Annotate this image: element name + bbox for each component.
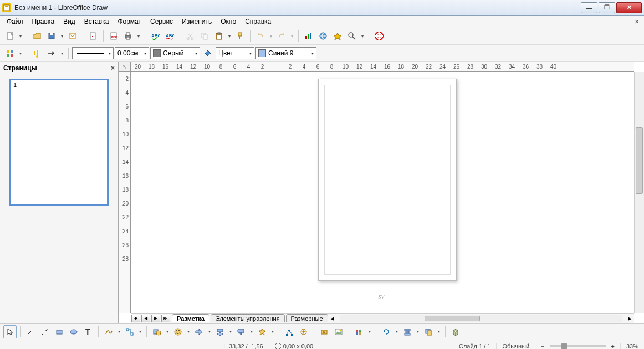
ellipse-tool-button[interactable]	[67, 325, 80, 338]
line-color-combo[interactable]: Серый▾	[150, 47, 200, 59]
tab-last-button[interactable]: ⏭	[161, 315, 170, 322]
spellcheck-button[interactable]: ABC	[149, 29, 162, 43]
page-thumbnail[interactable]: 1	[11, 80, 108, 204]
close-button[interactable]	[616, 2, 642, 13]
menu-window[interactable]: Окно	[216, 17, 241, 27]
grid-display-dropdown[interactable]: ▾	[18, 51, 23, 56]
zoom-out-button[interactable]: −	[541, 343, 544, 350]
open-button[interactable]	[30, 29, 44, 43]
undo-dropdown[interactable]: ▾	[268, 34, 274, 39]
menu-view[interactable]: Вид	[59, 17, 80, 27]
flowchart-button[interactable]	[213, 325, 227, 338]
menu-file[interactable]: Файл	[2, 17, 28, 27]
new-button[interactable]	[3, 29, 17, 43]
status-slide[interactable]: Слайд 1 / 1	[453, 343, 497, 350]
arrange-button[interactable]	[422, 325, 435, 338]
flowchart-dropdown[interactable]: ▾	[228, 329, 233, 334]
vertical-scrollbar[interactable]	[634, 72, 644, 313]
menu-format[interactable]: Формат	[113, 17, 146, 27]
extrusion-button[interactable]	[449, 325, 462, 338]
gallery-button[interactable]	[352, 325, 366, 338]
tab-first-button[interactable]: ⏮	[131, 315, 140, 322]
grid-display-button[interactable]	[3, 47, 17, 60]
connector-dropdown[interactable]: ▾	[137, 329, 143, 334]
hyperlink-button[interactable]	[316, 29, 330, 43]
curve-dropdown[interactable]: ▾	[116, 329, 122, 334]
basic-shapes-dropdown[interactable]: ▾	[165, 329, 170, 334]
horizontal-scrollbar[interactable]	[340, 315, 623, 322]
menu-modify[interactable]: Изменить	[177, 17, 216, 27]
menu-edit[interactable]: Правка	[28, 17, 59, 27]
gallery-dropdown[interactable]: ▾	[367, 329, 372, 334]
rectangle-tool-button[interactable]	[53, 325, 66, 338]
restore-button[interactable]: ❐	[599, 2, 615, 13]
print-dropdown[interactable]: ▾	[136, 34, 141, 39]
text-tool-button[interactable]: T	[81, 325, 95, 338]
export-pdf-button[interactable]: PDF	[107, 29, 120, 43]
document-close-button[interactable]: ×	[632, 17, 642, 26]
line-tool-button[interactable]	[24, 325, 37, 338]
symbol-shapes-button[interactable]	[171, 325, 185, 338]
menu-help[interactable]: Справка	[241, 17, 275, 27]
menu-tools[interactable]: Сервис	[146, 17, 177, 27]
tab-next-button[interactable]: ▶	[151, 315, 160, 322]
save-button[interactable]	[45, 29, 58, 43]
status-style[interactable]: Обычный	[497, 343, 535, 350]
email-button[interactable]	[66, 29, 79, 43]
line-arrow-tool-button[interactable]	[38, 325, 52, 338]
tab-prev-button[interactable]: ◀	[141, 315, 150, 322]
zoom-value[interactable]: 33%	[621, 343, 644, 350]
edit-file-button[interactable]	[86, 29, 100, 43]
rotate-button[interactable]	[380, 325, 393, 338]
zoom-dropdown[interactable]: ▾	[360, 34, 365, 39]
paste-dropdown[interactable]: ▾	[227, 34, 232, 39]
from-file-button[interactable]	[332, 325, 345, 338]
basic-shapes-button[interactable]	[150, 325, 163, 338]
fill-mode-combo[interactable]: Цвет▾	[216, 47, 254, 59]
vertical-ruler[interactable]: 246810121416182022242628	[119, 72, 131, 313]
arrange-dropdown[interactable]: ▾	[436, 329, 442, 334]
ruler-corner[interactable]	[119, 62, 131, 72]
fontwork-button[interactable]: A	[318, 325, 331, 338]
align-button[interactable]	[401, 325, 414, 338]
layer-tab-controls[interactable]: Элементы управления	[211, 314, 285, 322]
curve-tool-button[interactable]	[102, 325, 115, 338]
navigator-button[interactable]	[331, 29, 344, 43]
undo-button[interactable]	[254, 29, 267, 43]
autospellcheck-button[interactable]: ABC	[163, 29, 176, 43]
horizontal-ruler[interactable]: 2018161412108642246810121416182022242628…	[131, 62, 634, 72]
copy-button[interactable]	[198, 29, 211, 43]
gluepoints-button[interactable]	[30, 47, 44, 60]
redo-dropdown[interactable]: ▾	[289, 34, 295, 39]
gluepoints-edit-button[interactable]	[297, 325, 310, 338]
redo-button[interactable]	[275, 29, 288, 43]
callouts-button[interactable]	[234, 325, 248, 338]
arrow-style-dropdown[interactable]: ▾	[59, 51, 65, 56]
stars-dropdown[interactable]: ▾	[270, 329, 275, 334]
rotate-dropdown[interactable]: ▾	[394, 329, 400, 334]
block-arrows-button[interactable]	[192, 325, 206, 338]
callouts-dropdown[interactable]: ▾	[249, 329, 254, 334]
zoom-in-button[interactable]: +	[611, 343, 615, 350]
zoom-slider[interactable]	[550, 345, 606, 347]
select-tool-button[interactable]	[3, 325, 17, 338]
new-dropdown[interactable]: ▾	[18, 34, 23, 39]
connector-tool-button[interactable]	[123, 325, 136, 338]
block-arrows-dropdown[interactable]: ▾	[207, 329, 212, 334]
area-fill-button[interactable]	[201, 47, 214, 60]
arrow-style-button[interactable]	[45, 47, 58, 60]
chart-button[interactable]	[302, 29, 315, 43]
symbol-shapes-dropdown[interactable]: ▾	[186, 329, 191, 334]
layer-tab-dimensions[interactable]: Размерные	[286, 314, 328, 322]
help-button[interactable]	[372, 29, 386, 43]
paste-button[interactable]	[212, 29, 226, 43]
menu-insert[interactable]: Вставка	[80, 17, 114, 27]
save-dropdown[interactable]: ▾	[59, 34, 65, 39]
edit-points-button[interactable]	[283, 325, 296, 338]
cut-button[interactable]	[183, 29, 197, 43]
line-style-combo[interactable]: ▾	[72, 47, 114, 59]
print-button[interactable]	[121, 29, 135, 43]
format-paintbrush-button[interactable]	[233, 29, 247, 43]
layer-tab-layout[interactable]: Разметка	[172, 314, 209, 322]
zoom-button[interactable]	[345, 29, 359, 43]
